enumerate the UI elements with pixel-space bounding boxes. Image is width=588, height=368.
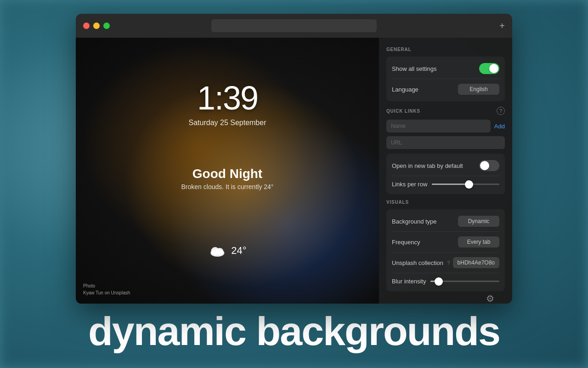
visuals-settings-block: Background type Dynamic Frequency Every … — [386, 209, 505, 291]
add-link-row: Add — [386, 120, 505, 132]
new-tab-button[interactable]: + — [499, 21, 505, 31]
address-bar[interactable] — [211, 19, 377, 32]
unsplash-label: Unsplash collection ? — [392, 259, 450, 266]
unsplash-collection-value[interactable]: bHDh4Ae7O8o — [453, 257, 499, 268]
svg-point-2 — [216, 248, 223, 255]
weather-description: Broken clouds. It is currently 24° — [76, 183, 379, 190]
blur-slider-thumb[interactable] — [435, 277, 443, 286]
minimize-button[interactable] — [93, 23, 100, 29]
quick-links-title: QUICK LINKS — [386, 109, 420, 114]
slider-thumb[interactable] — [465, 180, 473, 189]
toggle-knob — [489, 64, 498, 73]
background-type-dropdown[interactable]: Dynamic — [458, 216, 499, 227]
frequency-row: Frequency Every tab — [392, 232, 499, 253]
greeting-section: Good Night Broken clouds. It is currentl… — [76, 167, 379, 190]
toggle-knob-2 — [480, 161, 489, 170]
unsplash-row: Unsplash collection ? bHDh4Ae7O8o — [392, 253, 499, 273]
quick-links-divider: QUICK LINKS ? — [386, 107, 505, 115]
add-button[interactable]: Add — [494, 123, 505, 130]
quick-links-help-icon[interactable]: ? — [497, 107, 505, 115]
background-type-row: Background type Dynamic — [392, 211, 499, 232]
close-button[interactable] — [83, 23, 90, 29]
language-label: Language — [392, 86, 418, 93]
frequency-dropdown[interactable]: Every tab — [458, 236, 499, 247]
show-all-settings-row: Show all settings — [392, 58, 499, 79]
blur-intensity-label: Blur intensity — [392, 278, 426, 285]
name-input[interactable] — [386, 120, 491, 132]
bottom-title-section: dynamic backgrounds — [0, 294, 588, 368]
open-new-tab-label: Open in new tab by default — [392, 162, 463, 169]
dynamic-backgrounds-title: dynamic backgrounds — [88, 308, 500, 355]
greeting-text: Good Night — [76, 167, 379, 181]
links-per-row-row: Links per row — [392, 176, 499, 192]
photo-credit: Photo Kyaw Tun on Unsplash — [83, 282, 130, 296]
browser-window: + 1:39 Saturday 25 September Good Night … — [76, 14, 512, 304]
show-all-label: Show all settings — [392, 65, 437, 72]
links-per-row-label: Links per row — [392, 181, 427, 188]
language-dropdown[interactable]: English — [458, 84, 499, 95]
open-new-tab-row: Open in new tab by default — [392, 155, 499, 176]
clock-date: Saturday 25 September — [76, 119, 379, 127]
quick-links-options-block: Open in new tab by default Links per row — [386, 154, 505, 194]
slider-fill — [432, 184, 469, 185]
content-area: 1:39 Saturday 25 September Good Night Br… — [76, 38, 512, 304]
unsplash-help-icon[interactable]: ? — [447, 259, 450, 266]
blur-intensity-slider[interactable] — [430, 281, 499, 282]
frequency-label: Frequency — [392, 239, 420, 246]
general-settings-block: Show all settings Language English — [386, 57, 505, 101]
blur-intensity-row: Blur intensity — [392, 273, 499, 289]
show-all-toggle[interactable] — [479, 63, 499, 74]
photo-credit-line1: Photo — [83, 282, 130, 289]
photo-credit-line2: Kyaw Tun on Unsplash — [83, 289, 130, 296]
title-bar: + — [76, 14, 512, 38]
slider-track — [432, 184, 499, 185]
clock-container: 1:39 Saturday 25 September — [76, 79, 379, 127]
settings-panel: GENERAL Show all settings Language Engli… — [379, 38, 512, 304]
url-input[interactable] — [386, 136, 505, 149]
fullscreen-button[interactable] — [103, 23, 110, 29]
gear-icon[interactable]: ⚙ — [483, 291, 498, 304]
traffic-lights — [83, 23, 110, 29]
blur-slider-track — [430, 281, 499, 282]
open-new-tab-toggle[interactable] — [479, 160, 499, 171]
links-per-row-slider[interactable] — [432, 184, 499, 185]
weather-widget: 24° — [208, 244, 246, 258]
weather-temp: 24° — [231, 245, 246, 257]
language-row: Language English — [392, 79, 499, 99]
cloud-icon — [208, 244, 226, 258]
quick-links-header: QUICK LINKS ? — [386, 107, 505, 115]
clock-time: 1:39 — [76, 79, 379, 117]
new-tab-background: 1:39 Saturday 25 September Good Night Br… — [76, 38, 379, 304]
background-type-label: Background type — [392, 218, 437, 225]
general-section-title: GENERAL — [386, 47, 505, 52]
settings-footer: ⚙ — [386, 295, 505, 304]
visuals-section-title: VISUALS — [386, 200, 505, 205]
